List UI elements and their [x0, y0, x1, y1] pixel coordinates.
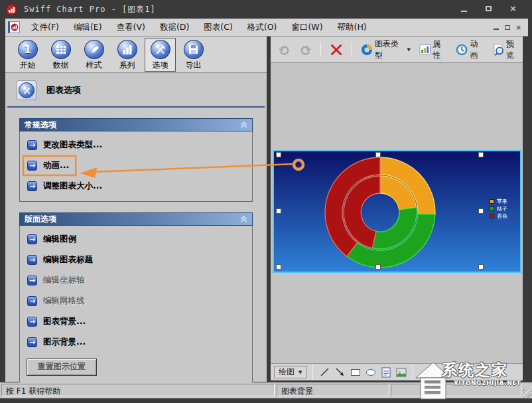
options-button[interactable]: 选项: [145, 38, 176, 72]
data-button[interactable]: 数据: [45, 38, 76, 72]
menu-view[interactable]: 查看(V): [109, 19, 153, 36]
status-context-text: 图表背景: [277, 384, 389, 396]
option-edit-axes[interactable]: → 编辑坐标轴: [20, 270, 252, 290]
option-edit-chart-title[interactable]: → 编辑图表标题: [20, 249, 252, 270]
title-bar: Swiff Chart Pro - [图表1] ×: [0, 0, 532, 19]
arrow-style-tool-button[interactable]: ▼: [450, 366, 461, 378]
chart-type-button[interactable]: 图表类型 ▼: [359, 37, 413, 62]
mdi-restore-button[interactable]: [505, 25, 510, 30]
selection-handle[interactable]: [478, 208, 484, 214]
selection-handle[interactable]: [478, 152, 484, 157]
option-chart-background[interactable]: → 图表背景...: [20, 311, 252, 331]
arrow-icon: →: [27, 140, 37, 150]
separator: [352, 42, 352, 57]
window-title: Swiff Chart Pro - [图表1]: [24, 4, 156, 15]
selection-handle[interactable]: [276, 208, 281, 214]
undo-icon: [278, 44, 291, 55]
section-general-header[interactable]: 常规选项: [19, 118, 253, 131]
menu-chart[interactable]: 图表(C): [196, 19, 239, 36]
legend-swatch: [490, 214, 494, 218]
properties-button[interactable]: 属性: [417, 37, 449, 62]
selection-handle[interactable]: [276, 264, 281, 270]
option-edit-gridlines[interactable]: → 编辑网格线: [20, 290, 252, 311]
arrow-icon: →: [27, 234, 37, 244]
selection-handle[interactable]: [276, 152, 281, 157]
legend-swatch: [490, 206, 494, 211]
app-logo-icon: [6, 4, 17, 15]
export-button[interactable]: 导出: [178, 38, 209, 72]
arrow-icon: →: [27, 161, 37, 171]
menu-format[interactable]: 格式(O): [240, 19, 285, 36]
menu-window[interactable]: 窗口(W): [284, 19, 330, 36]
arrow-icon: →: [27, 337, 37, 347]
section-layout-header[interactable]: 版面选项: [19, 212, 253, 226]
legend-item: 苹果: [490, 199, 507, 204]
close-button[interactable]: ×: [509, 5, 517, 13]
menu-help[interactable]: 帮助(H): [330, 19, 374, 36]
option-change-chart-type[interactable]: → 更改图表类型...: [20, 134, 252, 155]
delete-button[interactable]: [328, 42, 345, 58]
style-button[interactable]: 样式: [78, 38, 109, 72]
mdi-close-button[interactable]: ×: [516, 25, 521, 31]
option-resize-chart[interactable]: → 调整图表大小...: [20, 175, 252, 196]
redo-button[interactable]: [297, 42, 314, 56]
ellipse-tool-button[interactable]: [365, 366, 376, 378]
menu-bar: 文件(F) 编辑(E) 查看(V) 数据(D) 图表(C) 格式(O) 窗口(W…: [5, 19, 528, 37]
flip-tool-button[interactable]: [419, 366, 431, 378]
save-disk-icon: [184, 40, 204, 59]
arrow-icon: →: [27, 276, 37, 285]
status-panel: [391, 384, 432, 396]
line-tool-button[interactable]: [319, 366, 330, 378]
picture-tool-button[interactable]: [395, 366, 407, 378]
reset-plot-position-button[interactable]: 重置图示位置: [27, 359, 97, 376]
donut-icon: [361, 43, 373, 56]
separator: [320, 42, 321, 57]
series-button[interactable]: 系列: [111, 38, 143, 72]
properties-icon: [419, 44, 431, 55]
resize-grip[interactable]: [523, 389, 531, 398]
menu-data[interactable]: 数据(D): [153, 19, 196, 36]
maximize-button[interactable]: [484, 5, 493, 13]
option-edit-legend[interactable]: → 编辑图例: [20, 228, 252, 249]
undo-button[interactable]: [276, 42, 293, 56]
draw-menu-button[interactable]: 绘图 ▼: [274, 366, 306, 378]
chart-toolbar: 图表类型 ▼ 属性 动画 预览: [271, 37, 523, 63]
divider: [7, 106, 265, 108]
options-panel: 图表选项 常规选项 → 更改图表类型... → 动画...: [5, 73, 267, 382]
step-toolbar: 1 开始 数据 样式 系列 选项: [5, 37, 267, 73]
arrow-icon: →: [27, 255, 37, 265]
start-icon: 1: [18, 40, 38, 59]
minimize-button[interactable]: [460, 5, 468, 13]
section-layout-options: 版面选项 → 编辑图例 → 编辑图表标题 → 编辑坐标轴 → 编辑网: [19, 212, 253, 388]
chart-legend[interactable]: 苹果 桔子 香蕉: [490, 199, 507, 219]
mdi-minimize-button[interactable]: [494, 29, 499, 30]
pencil-icon: [84, 40, 104, 59]
preview-button[interactable]: 预览: [492, 37, 523, 62]
magnifier-icon: [494, 43, 504, 56]
arrow-icon: →: [27, 296, 37, 306]
menu-file[interactable]: 文件(F): [24, 19, 66, 36]
start-button[interactable]: 1 开始: [12, 38, 43, 72]
rectangle-tool-button[interactable]: [350, 366, 361, 378]
chart-options-icon: [17, 80, 36, 100]
legend-item: 香蕉: [490, 213, 507, 219]
textbox-tool-button[interactable]: [380, 366, 391, 378]
chart-background[interactable]: 苹果 桔子 香蕉: [273, 150, 521, 273]
arrow-tool-button[interactable]: [334, 366, 346, 378]
selection-handle[interactable]: [375, 264, 381, 270]
drawing-toolbar: 绘图 ▼ ▼ ▼: [271, 363, 523, 380]
redo-icon: [299, 44, 312, 55]
chart-canvas[interactable]: 苹果 桔子 香蕉: [271, 63, 523, 363]
dropdown-caret-icon: ▼: [299, 370, 302, 375]
separator: [312, 365, 313, 380]
selection-handle[interactable]: [478, 264, 484, 270]
autoshape-tool-button[interactable]: ▼: [434, 366, 446, 378]
animation-button[interactable]: 动画: [454, 37, 486, 62]
dropdown-caret-icon: ▼: [458, 370, 461, 375]
option-plot-background[interactable]: → 图示背景...: [20, 331, 252, 352]
menu-edit[interactable]: 编辑(E): [66, 19, 109, 36]
document-icon: [8, 21, 20, 33]
option-animation[interactable]: → 动画...: [20, 155, 252, 175]
status-panel: [433, 384, 521, 396]
selection-handle[interactable]: [375, 152, 381, 157]
